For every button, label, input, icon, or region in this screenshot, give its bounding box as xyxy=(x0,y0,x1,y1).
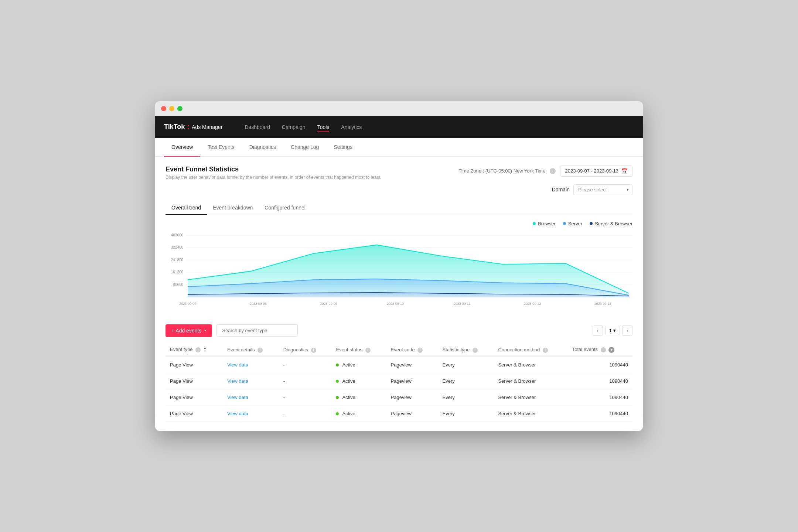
th-diagnostics-info[interactable]: i xyxy=(311,348,316,353)
trend-tab-funnel[interactable]: Configured funnel xyxy=(259,201,311,215)
tab-diagnostics[interactable]: Diagnostics xyxy=(242,138,283,157)
cell-event-type-3: Page View xyxy=(166,406,223,422)
sort-up-icon: ▲ xyxy=(204,347,207,349)
svg-text:2023-09-13: 2023-09-13 xyxy=(594,302,611,306)
th-event-type: Event type i ▲ ▼ xyxy=(166,343,223,357)
current-page: 1 xyxy=(609,328,612,333)
brand: TikTok: Ads Manager xyxy=(164,123,222,131)
nav-dashboard[interactable]: Dashboard xyxy=(245,123,270,132)
th-total-events-label: Total events xyxy=(572,347,598,352)
th-connection-method-label: Connection method xyxy=(498,347,540,352)
legend-browser-label: Browser xyxy=(538,221,556,226)
domain-select-wrapper[interactable]: Please select xyxy=(573,184,632,195)
cell-total-1: 1090440 xyxy=(568,373,632,389)
cell-event-details-1: View data xyxy=(223,373,279,389)
svg-text:161200: 161200 xyxy=(171,270,184,274)
tab-test-events[interactable]: Test Events xyxy=(200,138,242,157)
cell-status-3: Active xyxy=(331,406,386,422)
svg-text:241800: 241800 xyxy=(171,258,184,262)
minimize-button[interactable] xyxy=(169,106,174,111)
svg-text:2023-09-07: 2023-09-07 xyxy=(179,302,196,306)
status-dot-3 xyxy=(336,412,339,415)
th-event-code-info[interactable]: i xyxy=(417,348,423,353)
th-total-events-info[interactable]: i xyxy=(601,347,606,352)
view-data-link-3[interactable]: View data xyxy=(227,411,248,416)
th-event-status-info[interactable]: i xyxy=(365,348,371,353)
domain-select[interactable]: Please select xyxy=(573,184,632,195)
table-row-3: Page View View data - Active Pageview Ev… xyxy=(166,406,632,422)
cell-event-details-2: View data xyxy=(223,389,279,406)
trend-tab-overall[interactable]: Overall trend xyxy=(166,201,207,215)
close-button[interactable] xyxy=(161,106,166,111)
add-events-label: + Add events xyxy=(171,328,201,334)
cell-statistic-type-3: Every xyxy=(438,406,494,422)
cell-connection-2: Server & Browser xyxy=(494,389,567,406)
th-total-events-sort[interactable]: ▾ xyxy=(608,347,614,353)
status-label-2: Active xyxy=(342,395,355,400)
date-range: 2023-09-07 - 2023-09-13 xyxy=(565,168,618,174)
view-data-link-1[interactable]: View data xyxy=(227,378,248,384)
sort-down-icon: ▼ xyxy=(204,350,207,353)
cell-total-3: 1090440 xyxy=(568,406,632,422)
trend-tabs: Overall trend Event breakdown Configured… xyxy=(166,201,632,215)
maximize-button[interactable] xyxy=(177,106,183,111)
legend-server-browser-dot xyxy=(590,222,593,225)
cell-status-0: Active xyxy=(331,357,386,373)
nav-items: Dashboard Campaign Tools Analytics xyxy=(245,123,362,132)
th-connection-method-info[interactable]: i xyxy=(543,348,548,353)
table-row-2: Page View View data - Active Pageview Ev… xyxy=(166,389,632,406)
svg-text:2023-09-09: 2023-09-09 xyxy=(320,302,337,306)
next-page-button[interactable]: › xyxy=(622,325,632,336)
tab-change-log[interactable]: Change Log xyxy=(283,138,326,157)
cell-event-code-3: Pageview xyxy=(386,406,438,422)
view-data-link-0[interactable]: View data xyxy=(227,362,248,368)
timezone-info-icon[interactable]: i xyxy=(550,168,556,174)
brand-colon: : xyxy=(187,123,190,131)
cell-status-1: Active xyxy=(331,373,386,389)
page-number: 1 ▾ xyxy=(605,326,620,335)
cell-event-details-0: View data xyxy=(223,357,279,373)
svg-text:2023-09-10: 2023-09-10 xyxy=(387,302,404,306)
cell-total-2: 1090440 xyxy=(568,389,632,406)
tab-overview[interactable]: Overview xyxy=(164,138,200,157)
cell-statistic-type-2: Every xyxy=(438,389,494,406)
status-dot-1 xyxy=(336,380,339,383)
th-event-details-label: Event details xyxy=(227,347,255,352)
svg-text:2023-09-08: 2023-09-08 xyxy=(250,302,267,306)
trend-tab-breakdown[interactable]: Event breakdown xyxy=(207,201,259,215)
th-statistic-type-info[interactable]: i xyxy=(473,348,478,353)
prev-page-button[interactable]: ‹ xyxy=(593,325,603,336)
cell-diagnostics-3: - xyxy=(279,406,332,422)
main-content: Event Funnel Statistics Display the user… xyxy=(155,157,643,431)
funnel-title: Event Funnel Statistics xyxy=(166,166,381,173)
tab-settings[interactable]: Settings xyxy=(326,138,360,157)
nav-campaign[interactable]: Campaign xyxy=(282,123,306,132)
th-event-type-sort[interactable]: ▲ ▼ xyxy=(204,347,207,353)
page-chevron: ▾ xyxy=(613,328,616,333)
th-total-events: Total events i ▾ xyxy=(568,343,632,357)
nav-analytics[interactable]: Analytics xyxy=(341,123,362,132)
legend-server-browser-label: Server & Browser xyxy=(595,221,632,226)
th-event-details: Event details i xyxy=(223,343,279,357)
th-event-details-info[interactable]: i xyxy=(258,348,263,353)
funnel-description: Display the user behavior data funnel by… xyxy=(166,175,381,180)
data-table: Event type i ▲ ▼ Event details i Diagnos… xyxy=(166,343,632,422)
date-picker[interactable]: 2023-09-07 - 2023-09-13 📅 xyxy=(560,166,632,177)
search-input[interactable] xyxy=(216,324,298,337)
add-events-button[interactable]: + Add events ▾ xyxy=(166,324,212,337)
chart-svg: 403000 322400 241800 161200 80600 xyxy=(166,229,632,311)
th-event-type-info[interactable]: i xyxy=(195,347,201,352)
view-data-link-2[interactable]: View data xyxy=(227,395,248,400)
add-events-chevron: ▾ xyxy=(204,328,206,332)
status-label-0: Active xyxy=(342,362,355,368)
legend-server-label: Server xyxy=(568,221,582,226)
cell-event-code-2: Pageview xyxy=(386,389,438,406)
legend-browser-dot xyxy=(533,222,536,225)
domain-row: Domain Please select xyxy=(166,184,632,195)
domain-label: Domain xyxy=(552,187,570,192)
th-diagnostics-label: Diagnostics xyxy=(283,347,308,352)
search-input-wrapper xyxy=(216,324,298,337)
nav-tools[interactable]: Tools xyxy=(317,123,330,132)
cell-event-type-0: Page View xyxy=(166,357,223,373)
th-event-status-label: Event status xyxy=(336,347,362,352)
